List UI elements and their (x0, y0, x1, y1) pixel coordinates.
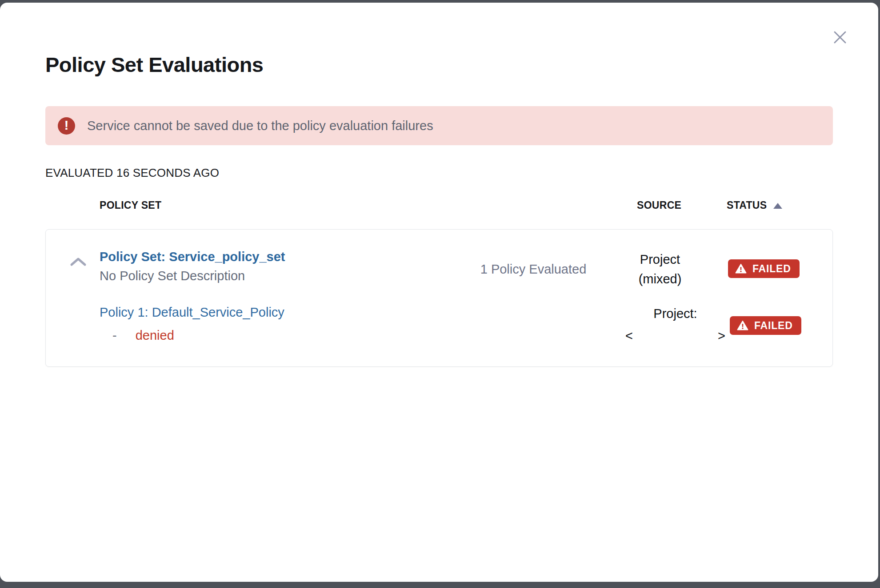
source-value-line: < > (625, 329, 725, 343)
source-line1: Project (616, 250, 704, 269)
error-banner: ! Service cannot be saved due to the pol… (45, 106, 833, 145)
policy-set-link[interactable]: Policy Set: Service_policy_set (100, 250, 285, 264)
policy-detail-line: - denied (112, 328, 174, 343)
policy-denied-value: denied (136, 328, 174, 343)
policy-set-description: No Policy Set Description (100, 269, 245, 283)
sort-ascending-icon (773, 203, 782, 209)
policy-set-evaluations-modal: Policy Set Evaluations ! Service cannot … (0, 3, 878, 582)
source-cell-policy: Project: < > (625, 306, 725, 343)
collapse-row-button[interactable] (66, 251, 91, 273)
page-title: Policy Set Evaluations (45, 52, 264, 77)
status-badge-failed: FAILED (728, 259, 800, 278)
column-header-status-label: STATUS (727, 199, 767, 211)
error-icon: ! (58, 117, 75, 135)
source-angle-close: > (718, 329, 725, 343)
policy-link[interactable]: Policy 1: Default_Service_Policy (100, 305, 284, 320)
policies-evaluated-count: 1 Policy Evaluated (444, 262, 622, 277)
evaluated-timestamp: EVALUATED 16 SECONDS AGO (45, 166, 219, 180)
status-badge-label: FAILED (754, 320, 793, 332)
source-line1: Project: (625, 306, 725, 321)
column-header-source: SOURCE (637, 199, 681, 211)
close-button[interactable] (830, 28, 850, 47)
error-banner-text: Service cannot be saved due to the polic… (87, 119, 433, 133)
source-angle-open: < (625, 329, 633, 343)
detail-dash: - (112, 328, 117, 343)
column-header-status[interactable]: STATUS (727, 199, 782, 211)
column-header-policy-set: POLICY SET (100, 199, 161, 211)
status-badge-label: FAILED (752, 263, 791, 275)
chevron-up-icon (69, 255, 88, 269)
warning-triangle-icon (737, 320, 748, 331)
source-line2: (mixed) (616, 269, 704, 289)
source-cell-policy-set: Project (mixed) (616, 250, 704, 289)
warning-triangle-icon (735, 263, 747, 274)
close-icon (832, 29, 848, 46)
status-badge-failed: FAILED (730, 316, 801, 335)
